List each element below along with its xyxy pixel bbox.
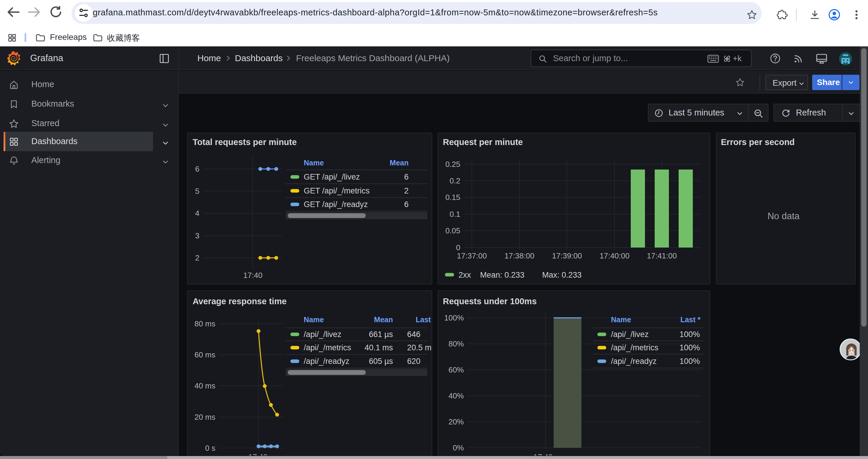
svg-text:0.05: 0.05 — [445, 226, 460, 235]
svg-text:40%: 40% — [448, 391, 464, 400]
svg-text:17:41:00: 17:41:00 — [647, 251, 677, 260]
svg-text:Errors per second: Errors per second — [721, 137, 795, 147]
svg-text:6: 6 — [404, 172, 409, 182]
svg-text:Mean: Mean — [374, 316, 393, 324]
svg-text:80%: 80% — [448, 339, 464, 348]
svg-text:17:40: 17:40 — [243, 271, 262, 280]
svg-text:/api/_/metrics: /api/_/metrics — [611, 343, 658, 352]
svg-text:620: 620 — [407, 357, 421, 366]
svg-text:GET /api/_/livez: GET /api/_/livez — [304, 172, 360, 182]
svg-text:5: 5 — [195, 187, 199, 196]
svg-text:Mean: Mean — [390, 159, 409, 167]
svg-text:0.15: 0.15 — [445, 193, 460, 202]
svg-text:Last *: Last * — [680, 316, 701, 324]
svg-text:2: 2 — [195, 254, 199, 262]
svg-text:Max: 0.233: Max: 0.233 — [542, 270, 582, 280]
svg-text:60%: 60% — [448, 365, 464, 374]
svg-text:17:40: 17:40 — [533, 453, 553, 455]
svg-text:2xx: 2xx — [459, 270, 471, 280]
svg-text:17:38:00: 17:38:00 — [504, 251, 534, 260]
svg-text:100%: 100% — [680, 330, 700, 339]
svg-text:17:40: 17:40 — [248, 453, 267, 455]
svg-text:0 s: 0 s — [205, 444, 215, 453]
svg-text:GET /api/_/metrics: GET /api/_/metrics — [304, 186, 370, 195]
svg-text:0%: 0% — [453, 444, 464, 452]
svg-text:Total requests per minute: Total requests per minute — [193, 137, 297, 147]
svg-text:Request per minute: Request per minute — [443, 137, 523, 147]
svg-text:Last *: Last * — [416, 316, 432, 324]
svg-text:0.25: 0.25 — [445, 160, 460, 169]
svg-text:80 ms: 80 ms — [194, 319, 215, 328]
svg-text:Name: Name — [611, 316, 631, 324]
svg-text:20 ms: 20 ms — [194, 413, 215, 422]
svg-text:17:37:00: 17:37:00 — [457, 251, 487, 260]
svg-text:/api/_/livez: /api/_/livez — [611, 330, 649, 339]
svg-text:3: 3 — [195, 231, 199, 240]
svg-text:605 µs: 605 µs — [369, 357, 393, 366]
svg-text:40.1 ms: 40.1 ms — [365, 343, 393, 352]
svg-text:661 µs: 661 µs — [369, 330, 393, 339]
svg-text:Name: Name — [304, 159, 324, 167]
svg-text:20.5 m: 20.5 m — [407, 343, 432, 352]
svg-text:0.2: 0.2 — [450, 176, 460, 185]
svg-text:17:39:00: 17:39:00 — [552, 251, 582, 260]
svg-text:Requests under 100ms: Requests under 100ms — [443, 297, 537, 306]
svg-text:100%: 100% — [444, 314, 464, 322]
svg-text:0.1: 0.1 — [450, 210, 460, 219]
svg-text:2: 2 — [404, 186, 409, 195]
svg-text:GET /api/_/readyz: GET /api/_/readyz — [304, 200, 368, 209]
svg-text:17:40:00: 17:40:00 — [599, 251, 629, 260]
svg-text:6: 6 — [195, 165, 199, 173]
svg-text:60 ms: 60 ms — [194, 350, 215, 359]
svg-text:0: 0 — [456, 243, 460, 252]
svg-text:/api/_/readyz: /api/_/readyz — [304, 357, 349, 366]
svg-text:4: 4 — [195, 209, 199, 218]
svg-text:Name: Name — [304, 316, 324, 324]
svg-text:No data: No data — [768, 211, 800, 221]
svg-text:20%: 20% — [448, 417, 464, 426]
svg-text:Mean: 0.233: Mean: 0.233 — [480, 270, 524, 280]
svg-text:646: 646 — [407, 330, 421, 339]
svg-text:Average response time: Average response time — [193, 297, 286, 306]
svg-text:/api/_/metrics: /api/_/metrics — [304, 343, 351, 352]
svg-text:/api/_/livez: /api/_/livez — [304, 330, 342, 339]
svg-text:100%: 100% — [680, 343, 700, 352]
svg-text:40 ms: 40 ms — [194, 381, 215, 390]
svg-text:100%: 100% — [680, 357, 700, 366]
svg-text:/api/_/readyz: /api/_/readyz — [611, 357, 657, 366]
svg-text:6: 6 — [404, 200, 409, 209]
